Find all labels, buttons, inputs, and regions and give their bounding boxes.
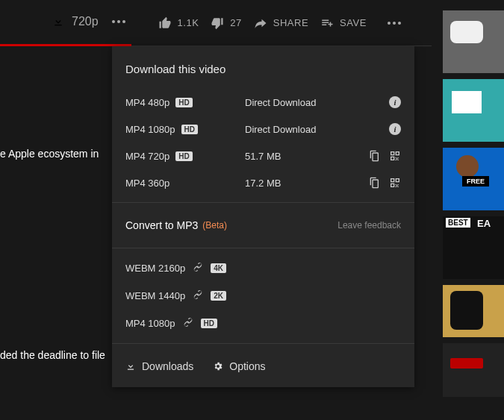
hd-badge: HD [175,151,192,161]
res-badge: 2K [211,291,226,301]
link-icon [193,289,203,302]
share-icon [254,16,267,30]
overflow-menu-icon[interactable] [382,22,407,25]
video-thumbnail[interactable]: FREE [443,148,504,210]
copy-icon[interactable] [368,150,380,162]
convert-mp3[interactable]: Convert to MP3 (Beta) Leave feedback [112,209,414,242]
save-label: SAVE [340,17,367,28]
dislike-button[interactable]: 27 [205,16,247,30]
download-option[interactable]: WEBM 2160p 4K [112,254,414,282]
thumb-down-icon [211,16,224,30]
download-meta: Direct Download [245,124,389,135]
beta-badge: (Beta) [202,220,227,231]
playlist-add-icon [320,16,334,30]
format-label: MP4 1080p [125,124,175,135]
divider [112,202,414,203]
info-icon[interactable]: i [389,96,401,108]
gear-icon [213,361,223,372]
video-thumbnail[interactable] [443,10,504,73]
video-thumbnail[interactable] [443,343,504,397]
panel-footer: Downloads Options [112,350,414,383]
panel-title: Download this video [112,46,414,89]
format-label: MP4 720p [125,151,169,162]
info-icon[interactable]: i [389,123,401,135]
copy-icon[interactable] [368,177,380,189]
video-title-snippet: ded the deadline to file [0,349,105,361]
video-thumbnail[interactable] [443,285,504,337]
divider [112,343,414,344]
extra-format-list: WEBM 2160p 4K WEBM 1440p 2K MP4 1080p HD [112,254,414,337]
download-panel: Download this video MP4 480pHD Direct Do… [112,46,414,387]
download-icon [125,361,136,372]
res-badge: 4K [211,263,226,273]
download-option[interactable]: WEBM 1440p 2K [112,282,414,310]
format-label: WEBM 2160p [125,263,185,274]
divider [112,248,414,248]
format-label: WEBM 1440p [125,290,185,301]
download-meta: Direct Download [245,97,389,108]
format-label: MP4 480p [125,97,169,108]
downloads-label: Downloads [142,360,193,372]
download-quality-tab[interactable]: 720p [0,0,131,46]
options-label: Options [229,360,265,372]
thumb-up-icon [158,16,172,30]
share-label: SHARE [273,17,308,28]
downloads-link[interactable]: Downloads [125,360,193,372]
format-label: MP4 360p [125,178,169,189]
recommended-thumbnails: FREE BESTEA [443,10,504,397]
more-icon[interactable] [106,20,131,23]
video-thumbnail[interactable] [443,79,504,142]
video-thumbnail[interactable]: BESTEA [443,216,504,279]
leave-feedback-link[interactable]: Leave feedback [337,220,401,231]
download-meta: 51.7 MB [245,151,368,162]
video-action-bar: 720p 1.1K 27 SHARE SAVE [0,0,432,46]
download-option[interactable]: MP4 1080p HD [112,310,414,337]
action-buttons: 1.1K 27 SHARE SAVE [152,16,407,30]
quality-label: 720p [72,15,99,28]
convert-label: Convert to MP3 [125,219,198,231]
dislike-count: 27 [230,17,241,28]
options-link[interactable]: Options [213,360,265,372]
hd-badge: HD [181,125,198,134]
download-icon [52,16,64,28]
download-option[interactable]: MP4 480pHD Direct Download i [112,89,414,116]
save-button[interactable]: SAVE [314,16,373,30]
hd-badge: HD [175,98,192,107]
download-format-list: MP4 480pHD Direct Download i MP4 1080pHD… [112,89,414,196]
like-button[interactable]: 1.1K [152,16,205,30]
download-meta: 17.2 MB [245,178,368,189]
link-icon [183,317,193,330]
download-option[interactable]: MP4 360p 17.2 MB [112,169,414,196]
qr-icon[interactable] [389,177,401,189]
qr-icon[interactable] [389,150,401,162]
video-title-snippet: e Apple ecosystem in [0,148,99,160]
download-option[interactable]: MP4 1080pHD Direct Download i [112,116,414,142]
link-icon [193,262,203,275]
res-badge: HD [201,319,217,328]
download-option[interactable]: MP4 720pHD 51.7 MB [112,142,414,169]
like-count: 1.1K [178,17,199,28]
share-button[interactable]: SHARE [248,16,314,30]
format-label: MP4 1080p [125,318,175,329]
